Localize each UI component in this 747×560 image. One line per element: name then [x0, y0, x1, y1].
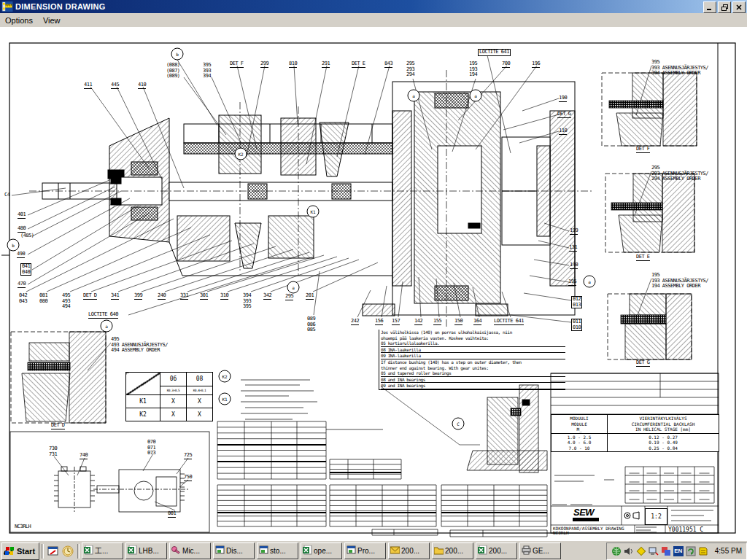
- part-callout: 070 071 073: [147, 440, 155, 456]
- note-line: If distance bushing (140) has a step on …: [381, 359, 565, 365]
- app-icon: [1, 1, 13, 12]
- part-callout: 299: [260, 61, 268, 68]
- taskbar-button-label: sto...: [270, 547, 286, 555]
- part-callout: 295: [285, 294, 293, 300]
- title-bar: DIMENSION DRAWING: [0, 0, 747, 13]
- part-callout: 089 086 085: [307, 316, 315, 333]
- drawing-number: Y0011951 C: [668, 526, 703, 533]
- print-icon: [522, 545, 531, 558]
- part-callout: 411: [84, 82, 92, 89]
- minimize-button[interactable]: [703, 1, 716, 13]
- part-callout: 394 393 395: [243, 293, 251, 310]
- windows-logo-icon: [4, 546, 15, 556]
- menu-item-options[interactable]: Options: [0, 15, 38, 26]
- part-callout: 142: [414, 319, 422, 325]
- part-callout: 196: [532, 61, 540, 68]
- taskbar-button[interactable]: 200...: [476, 542, 517, 559]
- taskbar-button[interactable]: 200...: [388, 542, 430, 559]
- taskbar-button[interactable]: Mic...: [169, 542, 211, 559]
- part-callout: 730 731: [49, 446, 57, 457]
- datum-circle-a: a: [470, 90, 482, 102]
- part-callout: 199: [570, 228, 578, 235]
- part-callout: DET E: [636, 254, 650, 261]
- part-callout: LOCTITE 641: [494, 319, 524, 325]
- part-callout: DET E: [352, 61, 365, 68]
- part-callout: (485): [20, 233, 34, 239]
- datum-circle-k1: K1: [307, 206, 320, 218]
- start-label: Start: [17, 547, 35, 556]
- part-callout: 242: [351, 319, 359, 325]
- scheduler-icon[interactable]: [686, 546, 696, 556]
- taskbar-button[interactable]: GE...: [519, 542, 561, 559]
- part-callout: 810: [289, 61, 297, 68]
- part-callout: 295 293 ASENNUSJÄRJESTYS/ 294 ASSEMBLY O…: [651, 166, 708, 182]
- part-callout: 445: [111, 82, 119, 89]
- part-callout: 401: [18, 212, 26, 219]
- taskbar-button[interactable]: sto...: [257, 542, 298, 559]
- status-diamond-icon[interactable]: [636, 546, 646, 556]
- k-table-mark: X: [187, 395, 213, 408]
- part-callout: 201: [306, 293, 314, 300]
- part-callout: 012 013: [571, 296, 582, 308]
- note-line: 05 kartiorullalaakerilla.: [381, 341, 565, 347]
- display-settings-icon[interactable]: [661, 546, 671, 556]
- part-callout: 157: [392, 319, 400, 325]
- part-callout: LOCTITE 641: [478, 49, 511, 56]
- backlash-header: VIERINTÄKYLKIVÄLYS CIRCUMFERENTIAL BACKL…: [608, 415, 719, 434]
- part-callout: 131: [569, 245, 577, 252]
- drawing-canvas: [0, 27, 747, 540]
- antivirus-icon[interactable]: [611, 546, 622, 556]
- taskbar-button[interactable]: ope...: [301, 542, 342, 559]
- taskbar-button-label: GE...: [533, 547, 549, 555]
- quicklaunch-app-icon[interactable]: [46, 544, 61, 559]
- datum-circle-a: a: [287, 281, 300, 294]
- part-callout: 295 293 294: [406, 61, 414, 78]
- datum-circle-a: a: [584, 276, 596, 288]
- taskbar-button[interactable]: 200...: [432, 542, 473, 559]
- part-callout: 342: [263, 293, 271, 300]
- excel-icon: [84, 545, 93, 558]
- close-button[interactable]: [732, 1, 746, 13]
- k-table-mark: X: [187, 408, 213, 421]
- part-callout: 140: [570, 262, 578, 269]
- taskbar-button-label: 200...: [445, 547, 463, 555]
- part-callout: 843: [384, 61, 392, 68]
- part-callout: 750: [184, 475, 192, 481]
- projection-symbol-icon: [622, 510, 641, 521]
- taskbar-separator: [77, 544, 80, 559]
- note-line: 05 and tapered roller bearings: [381, 370, 565, 377]
- organizer-icon[interactable]: [698, 546, 708, 556]
- taskbar-button-label: LHB...: [139, 547, 159, 555]
- taskbar-separator: [42, 544, 44, 559]
- taskbar-button[interactable]: 工...: [82, 542, 123, 559]
- network-icon[interactable]: [649, 546, 659, 556]
- part-callout: 001: [168, 511, 176, 518]
- volume-icon[interactable]: [624, 546, 634, 556]
- module-header: MODUULI MODULE M_: [551, 415, 608, 434]
- restore-button[interactable]: [718, 1, 731, 13]
- taskbar-button[interactable]: Dis...: [213, 542, 255, 559]
- part-callout: 495 493 494: [62, 293, 70, 310]
- part-callout: 110: [559, 128, 567, 135]
- taskbar-button-label: Pro...: [357, 547, 375, 555]
- menu-item-view[interactable]: View: [38, 15, 66, 26]
- taskbar-button[interactable]: Pro...: [344, 542, 386, 559]
- part-callout: 195 193 194: [469, 61, 477, 78]
- part-callout: DET D: [51, 423, 65, 429]
- part-callout: DET D: [83, 293, 97, 300]
- taskbar-button[interactable]: LHB...: [125, 542, 167, 559]
- taskbar-button-label: Dis...: [226, 547, 243, 555]
- part-callout: 480: [18, 226, 26, 233]
- mail-icon: [390, 545, 400, 558]
- part-callout: (088) (087) (089): [166, 63, 180, 79]
- start-button[interactable]: Start: [1, 542, 39, 560]
- screen: (088) (087) (089)395 393 394DET F2998102…: [0, 0, 747, 560]
- menu-bar: OptionsView: [0, 13, 747, 28]
- lang-en-badge[interactable]: EN: [673, 546, 684, 556]
- note-line: 09 INA-laakerilla: [381, 353, 565, 359]
- part-callout: 395 393 ASENNUSJÄRJESTYS/ 394 ASSEMBLY O…: [651, 60, 708, 77]
- company-logo: SEW: [573, 508, 594, 517]
- part-callout: 041 040: [20, 263, 31, 276]
- quicklaunch-clock-icon[interactable]: [61, 544, 75, 559]
- part-callout: 156: [375, 319, 383, 325]
